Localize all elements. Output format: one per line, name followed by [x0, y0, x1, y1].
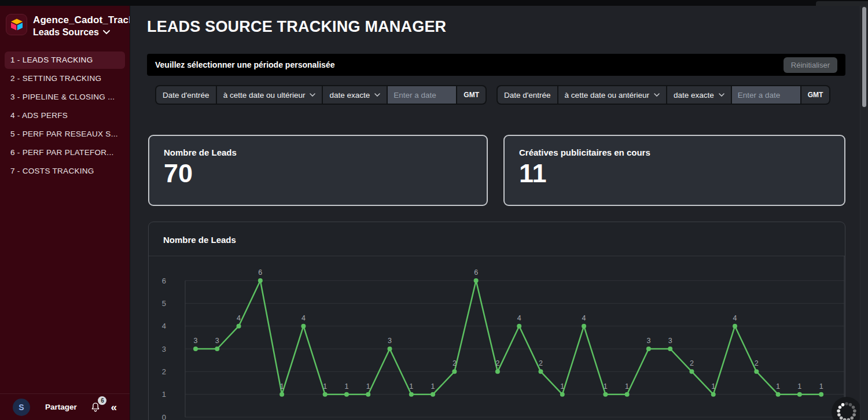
sidebar-bottom-bar: S Partager 6 « [0, 393, 130, 420]
main-content: LEADS SOURCE TRACKING MANAGER Veuillez s… [130, 6, 868, 420]
date-input[interactable] [388, 86, 456, 104]
date-filter-group: Date d'entréeà cette date ou antérieurda… [496, 85, 830, 105]
filter-field-button[interactable]: Date d'entrée [498, 86, 557, 104]
base-title: Leads Sources [33, 27, 99, 38]
chevron-down-icon [103, 30, 110, 34]
filter-operator-dropdown[interactable]: à cette date ou ultérieur [217, 86, 322, 104]
svg-text:2: 2 [690, 359, 694, 367]
stat-card-creatives: Créatives publicitaires en cours 11 [503, 135, 845, 206]
date-input[interactable] [732, 86, 800, 104]
svg-text:1: 1 [409, 382, 413, 390]
base-switcher[interactable]: Leads Sources [33, 27, 130, 38]
scrollbar-thumb[interactable] [862, 7, 866, 107]
sidebar-item[interactable]: 1 - LEADS TRACKING [5, 51, 125, 69]
sidebar-item[interactable]: 7 - COSTS TRACKING [5, 163, 125, 180]
filter-row: Date d'entréeà cette date ou ultérieurda… [155, 85, 830, 105]
svg-text:2: 2 [495, 359, 499, 367]
svg-text:4: 4 [582, 314, 586, 322]
svg-text:2: 2 [539, 359, 543, 367]
svg-text:1: 1 [604, 382, 608, 390]
svg-text:1: 1 [560, 382, 564, 390]
svg-text:4: 4 [237, 314, 241, 322]
svg-text:4: 4 [517, 314, 521, 322]
date-filter-group: Date d'entréeà cette date ou ultérieurda… [155, 85, 487, 105]
timezone-label: GMT [801, 86, 830, 104]
user-avatar[interactable]: S [13, 399, 30, 416]
app-logo-icon[interactable] [6, 14, 27, 35]
svg-text:3: 3 [388, 337, 392, 345]
svg-text:3: 3 [646, 337, 650, 345]
workspace-titles: Agence_Cadot_Track Leads Sources [33, 14, 130, 38]
workspace-title: Agence_Cadot_Track [33, 14, 130, 27]
svg-text:6: 6 [474, 268, 478, 277]
chevron-down-icon [719, 93, 724, 97]
filter-field-button[interactable]: Date d'entrée [156, 86, 216, 104]
chevron-down-icon [310, 93, 315, 97]
sidebar-item[interactable]: 2 - SETTING TRACKING [5, 70, 125, 87]
stat-label: Nombre de Leads [164, 148, 472, 157]
svg-text:1: 1 [776, 382, 780, 390]
svg-text:1: 1 [344, 382, 348, 390]
filter-operator-dropdown[interactable]: à cette date ou antérieur [558, 86, 666, 104]
stat-value: 70 [164, 160, 472, 187]
svg-text:1: 1 [323, 382, 327, 390]
stat-value: 11 [519, 160, 830, 187]
svg-text:3: 3 [215, 337, 219, 345]
leads-line-chart: 0123456334614111311262421411332142111 [149, 256, 845, 420]
svg-text:1: 1 [797, 382, 801, 390]
reset-button[interactable]: Réinitialiser [784, 57, 837, 73]
svg-text:1: 1 [366, 382, 370, 390]
sidebar-item[interactable]: 6 - PERF PAR PLATEFOR... [5, 144, 125, 161]
svg-text:3: 3 [668, 337, 672, 345]
share-button[interactable]: Partager [45, 403, 77, 411]
svg-text:2: 2 [755, 359, 759, 367]
chart-card: Nombre de Leads 012345633461411131126242… [148, 222, 845, 420]
svg-text:4: 4 [162, 322, 166, 330]
browser-strip-highlight [816, 1, 868, 6]
svg-text:1: 1 [431, 382, 435, 390]
svg-text:5: 5 [162, 299, 166, 308]
svg-text:0: 0 [162, 413, 166, 420]
sidebar-item[interactable]: 3 - PIPELINE & CLOSING ... [5, 89, 125, 106]
svg-text:3: 3 [162, 345, 166, 353]
sidebar: Agence_Cadot_Track Leads Sources 1 - LEA… [0, 6, 130, 420]
scrollbar-track[interactable] [860, 6, 868, 420]
svg-text:2: 2 [453, 359, 457, 367]
svg-text:1: 1 [625, 382, 629, 390]
notification-badge: 6 [98, 396, 106, 405]
svg-text:4: 4 [733, 314, 737, 322]
svg-text:1: 1 [280, 382, 284, 390]
browser-top-strip [0, 0, 868, 6]
loading-spinner-icon [832, 397, 862, 420]
timezone-label: GMT [457, 86, 486, 104]
filter-prompt: Veuillez sélectionner une période person… [155, 60, 334, 69]
page-title: LEADS SOURCE TRACKING MANAGER [147, 18, 446, 36]
filter-bar: Veuillez sélectionner une période person… [147, 54, 845, 76]
collapse-sidebar-icon[interactable]: « [111, 401, 117, 412]
sidebar-item[interactable]: 4 - ADS PERFS [5, 107, 125, 124]
svg-text:1: 1 [162, 390, 166, 399]
filter-mode-dropdown[interactable]: date exacte [667, 86, 731, 104]
notifications-button[interactable]: 6 [90, 401, 102, 414]
svg-text:2: 2 [162, 367, 166, 376]
sidebar-header: Agence_Cadot_Track Leads Sources [0, 6, 130, 42]
chevron-down-icon [374, 93, 380, 97]
filter-mode-dropdown[interactable]: date exacte [323, 86, 387, 104]
chart-title: Nombre de Leads [163, 235, 236, 245]
svg-text:1: 1 [711, 382, 715, 390]
cube-logo-icon [10, 19, 24, 31]
app-window: Agence_Cadot_Track Leads Sources 1 - LEA… [0, 0, 868, 420]
stat-card-leads: Nombre de Leads 70 [148, 135, 488, 206]
stat-label: Créatives publicitaires en cours [519, 148, 830, 157]
svg-text:4: 4 [301, 314, 306, 322]
svg-text:6: 6 [258, 268, 262, 277]
sidebar-nav: 1 - LEADS TRACKING2 - SETTING TRACKING3 … [0, 50, 130, 393]
svg-text:6: 6 [162, 277, 166, 285]
svg-text:3: 3 [194, 337, 198, 345]
chevron-down-icon [654, 93, 660, 97]
svg-text:1: 1 [819, 382, 823, 390]
sidebar-item[interactable]: 5 - PERF PAR RESEAUX S... [5, 126, 125, 143]
